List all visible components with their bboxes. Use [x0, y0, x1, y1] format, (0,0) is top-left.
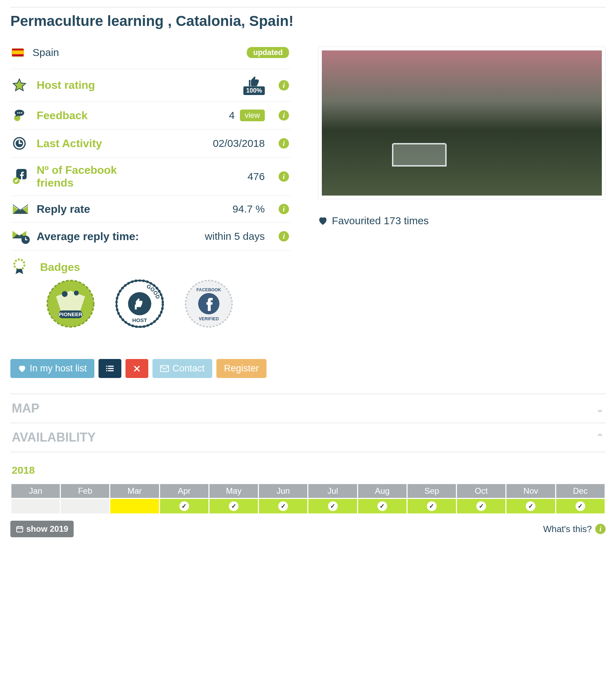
badge-good-host[interactable]: GOODHOST: [115, 280, 164, 328]
last-activity-value: 02/03/2018: [213, 138, 265, 149]
list-view-button[interactable]: [99, 359, 121, 378]
host-rating-percent: 100%: [243, 86, 265, 95]
svg-rect-26: [108, 366, 114, 367]
badge-pioneer[interactable]: PIONEER: [46, 280, 95, 328]
month-cell[interactable]: ✓: [457, 499, 506, 514]
stat-fb-friends: Nº of Facebook friends 476 i: [10, 157, 290, 196]
month-cell[interactable]: [110, 499, 159, 514]
whats-this-link[interactable]: What's this? i: [543, 524, 606, 535]
month-cell[interactable]: [11, 499, 60, 514]
month-cell[interactable]: [60, 499, 110, 514]
accordion-map[interactable]: MAP ⌄: [10, 394, 606, 423]
month-header: Jul: [308, 484, 357, 499]
month-header: Sep: [407, 484, 456, 499]
month-header: Jan: [11, 484, 60, 499]
show-next-label: show 2019: [26, 524, 68, 534]
whats-this-text: What's this?: [543, 524, 592, 535]
stat-last-activity: Last Activity 02/03/2018 i: [10, 129, 290, 157]
reply-time-label: Average reply time:: [37, 230, 139, 243]
month-cell[interactable]: ✓: [159, 499, 209, 514]
badge-fb-verified[interactable]: FACEBOOKVERIFIED: [185, 280, 233, 328]
view-button[interactable]: view: [240, 110, 265, 121]
month-cell[interactable]: ✓: [308, 499, 357, 514]
month-header: Oct: [457, 484, 506, 499]
info-icon[interactable]: i: [279, 204, 289, 214]
country-row: Spain updated: [10, 47, 290, 58]
month-cell[interactable]: ✓: [506, 499, 556, 514]
info-icon[interactable]: i: [279, 231, 289, 242]
check-icon: ✓: [476, 501, 486, 511]
action-buttons: In my host list Contact Register: [10, 359, 606, 378]
host-list-button[interactable]: In my host list: [10, 359, 94, 378]
register-label: Register: [224, 363, 259, 374]
last-activity-label: Last Activity: [37, 137, 102, 150]
photo-box[interactable]: [318, 47, 606, 199]
check-icon: ✓: [427, 501, 437, 511]
svg-point-12: [62, 291, 68, 297]
stat-badges: Badges PIONEER GOODHOST FACEBOOKVERIFIED: [10, 250, 290, 331]
register-button[interactable]: Register: [216, 359, 267, 378]
month-cell[interactable]: ✓: [259, 499, 308, 514]
country-name: Spain: [32, 47, 59, 58]
contact-label: Contact: [172, 363, 205, 374]
availability-title: AVAILABILITY: [12, 430, 96, 445]
thumb-up-icon: [246, 75, 262, 88]
check-icon: ✓: [526, 501, 535, 511]
month-cell[interactable]: ✓: [556, 499, 605, 514]
check-icon: ✓: [328, 501, 338, 511]
svg-rect-27: [106, 368, 107, 369]
close-icon: [133, 365, 141, 372]
star-icon: [12, 78, 27, 93]
stat-feedback: Feedback 4 view i: [10, 101, 290, 129]
heart-icon: [318, 216, 328, 225]
facebook-icon: [12, 168, 29, 185]
chevron-down-icon: ⌄: [596, 403, 604, 415]
fb-friends-value: 476: [248, 171, 265, 182]
month-header: Mar: [110, 484, 159, 499]
month-header: May: [209, 484, 258, 499]
show-next-year-button[interactable]: show 2019: [10, 521, 74, 537]
check-icon: ✓: [179, 501, 189, 511]
page-title: Permaculture learning , Catalonia, Spain…: [10, 7, 606, 29]
envelope-icon: [160, 365, 169, 372]
svg-rect-29: [106, 370, 107, 371]
flag-icon: [12, 48, 24, 57]
fb-friends-label: Nº of Facebook friends: [37, 164, 133, 189]
calendar-icon: [16, 525, 24, 533]
month-header: Feb: [60, 484, 110, 499]
envelope-clock-icon: [12, 229, 30, 244]
svg-point-3: [21, 112, 22, 114]
feedback-icon: [12, 108, 29, 123]
month-cell[interactable]: ✓: [209, 499, 258, 514]
info-icon: i: [595, 524, 606, 534]
svg-text:VERIFIED: VERIFIED: [199, 316, 219, 321]
feedback-count: 4: [229, 110, 235, 121]
month-header: Jun: [259, 484, 308, 499]
month-header: Nov: [506, 484, 556, 499]
info-icon[interactable]: i: [279, 80, 289, 91]
favourited-line: Favourited 173 times: [318, 215, 606, 227]
info-icon[interactable]: i: [279, 138, 289, 149]
remove-button[interactable]: [125, 359, 148, 378]
favourited-text: Favourited 173 times: [332, 215, 429, 227]
check-icon: ✓: [377, 501, 387, 511]
svg-rect-30: [108, 370, 114, 371]
svg-point-13: [74, 291, 79, 295]
chevron-up-icon: ⌃: [596, 432, 604, 444]
info-icon[interactable]: i: [279, 171, 289, 182]
svg-point-1: [17, 112, 19, 114]
info-icon[interactable]: i: [279, 110, 289, 121]
map-title: MAP: [12, 401, 39, 416]
svg-text:HOST: HOST: [132, 317, 147, 323]
accordion-availability[interactable]: AVAILABILITY ⌃: [10, 423, 606, 452]
stat-reply-rate: Reply rate 94.7 % i: [10, 196, 290, 222]
list-icon: [105, 365, 114, 372]
clock-icon: [12, 136, 27, 151]
contact-button[interactable]: Contact: [152, 359, 212, 378]
updated-badge: updated: [247, 47, 289, 58]
month-cell[interactable]: ✓: [407, 499, 456, 514]
svg-point-2: [19, 112, 20, 114]
month-cell[interactable]: ✓: [357, 499, 407, 514]
reply-rate-value: 94.7 %: [233, 203, 265, 215]
thumb-badge: 100%: [243, 75, 265, 95]
